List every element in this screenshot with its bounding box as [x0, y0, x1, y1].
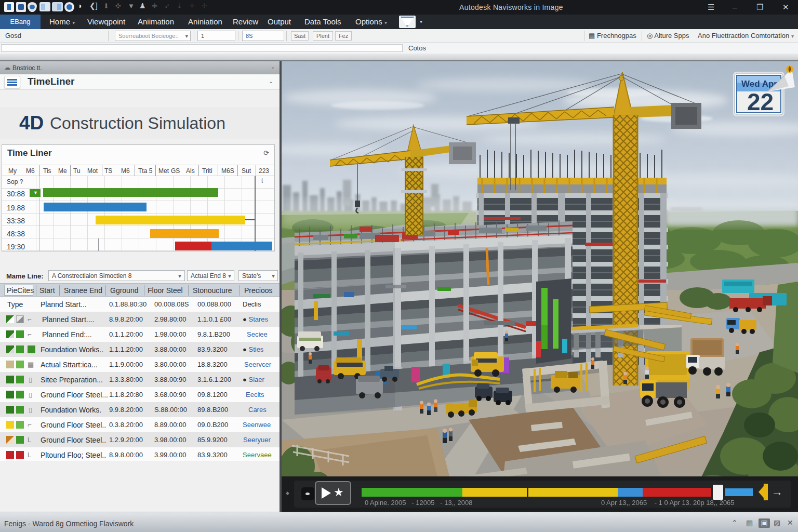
svg-text:22: 22 — [747, 88, 774, 115]
